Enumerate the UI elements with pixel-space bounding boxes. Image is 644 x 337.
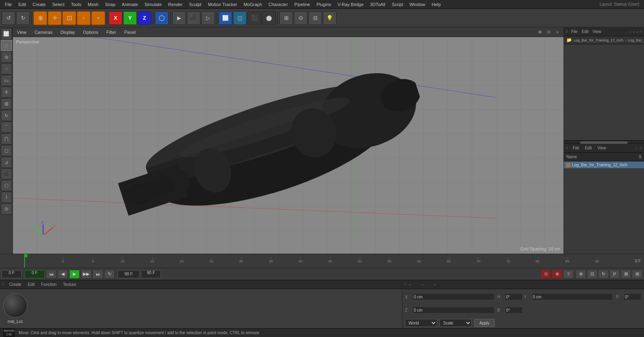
menu-3dtoall[interactable]: 3DToAll: [367, 1, 388, 8]
stop-record-button[interactable]: ⊗: [552, 270, 562, 279]
mat-function-menu[interactable]: Function: [39, 282, 58, 287]
menu-script[interactable]: Script: [388, 1, 406, 8]
scale-keyframe-button[interactable]: ↻: [598, 270, 609, 279]
tool-magnet[interactable]: ⋂: [1, 133, 12, 145]
mat-edit-menu[interactable]: Edit: [26, 282, 36, 287]
rot-button[interactable]: ⊡: [587, 270, 597, 279]
timeline-playhead[interactable]: [24, 254, 25, 268]
tool-rotate[interactable]: ↻: [1, 110, 12, 121]
mat-create-menu[interactable]: Create: [8, 282, 23, 287]
autokey-button[interactable]: ?: [563, 270, 574, 279]
menu-tools[interactable]: Tools: [68, 1, 85, 8]
menu-plugins[interactable]: Plugins: [313, 1, 334, 8]
view-cube-front-button[interactable]: ⬜: [219, 11, 232, 25]
menu-help[interactable]: Help: [429, 1, 444, 8]
rotate-button[interactable]: ○: [77, 11, 91, 25]
vp-menu-cameras[interactable]: Cameras: [33, 29, 54, 35]
tool-move[interactable]: ✛: [1, 87, 12, 98]
vp-menu-display[interactable]: Display: [59, 29, 76, 35]
menu-render[interactable]: Render: [165, 1, 186, 8]
undo-button[interactable]: ↺: [2, 11, 15, 25]
render-picture-button[interactable]: ⬛: [187, 11, 200, 25]
axis-y-button[interactable]: Y: [123, 11, 137, 25]
menu-sculpt[interactable]: Sculpt: [186, 1, 205, 8]
tool-scale[interactable]: ⊠: [1, 98, 12, 110]
tool-lasso[interactable]: ○: [1, 63, 12, 74]
grid-button[interactable]: ⊞: [279, 11, 293, 25]
vp-menu-filter[interactable]: Filter: [105, 29, 118, 35]
play-button[interactable]: ▶: [69, 270, 80, 279]
vp-pin-icon[interactable]: ⊙: [545, 29, 552, 36]
start-frame-field[interactable]: 0 F: [2, 270, 22, 278]
tool-knife[interactable]: ⊿: [1, 157, 12, 168]
right-bottom-view[interactable]: View: [596, 146, 607, 150]
tool-brush[interactable]: ◻: [1, 145, 12, 156]
right-view-menu[interactable]: View: [591, 29, 603, 34]
viewport-canvas[interactable]: Perspective: [13, 37, 564, 254]
vp-maximize-icon[interactable]: ⊕: [536, 29, 543, 36]
step-forward-button[interactable]: ▶▶: [81, 270, 91, 279]
scale-button[interactable]: ⊡: [62, 11, 76, 25]
floor-button[interactable]: ⊟: [308, 11, 322, 25]
material-item[interactable]: mat_Loc: [3, 294, 27, 324]
menu-create[interactable]: Create: [29, 1, 49, 8]
h-rotation-field[interactable]: 0°: [505, 293, 523, 300]
light-button[interactable]: 💡: [323, 11, 336, 25]
step-back-button[interactable]: ◀: [58, 270, 68, 279]
end-frame-field[interactable]: 90 F: [141, 270, 161, 278]
axis-z-button[interactable]: Z: [138, 11, 151, 25]
tool-poly-select[interactable]: ⬡: [1, 40, 12, 51]
menu-snap[interactable]: Snap: [102, 1, 119, 8]
paint-button[interactable]: ⬤: [262, 11, 276, 25]
vp-menu-panel[interactable]: Panel: [123, 29, 137, 35]
p-rotation-field[interactable]: 0°: [623, 293, 642, 300]
right-edit-menu[interactable]: Edit: [580, 29, 590, 34]
goto-end-button[interactable]: ⏭: [93, 270, 103, 279]
goto-start-button[interactable]: ⏮: [46, 270, 56, 279]
view-cube-persp-button[interactable]: ◫: [233, 11, 247, 25]
vp-menu-options[interactable]: Options: [81, 29, 100, 35]
select-mode-button[interactable]: ⊕: [33, 11, 47, 25]
right-file-menu[interactable]: File: [570, 29, 579, 34]
loop-button[interactable]: ↻: [104, 270, 115, 279]
pos-button[interactable]: ⊕: [576, 270, 586, 279]
record-button[interactable]: ⊙: [541, 270, 551, 279]
curves-button[interactable]: ⊞: [632, 270, 642, 279]
view-cube-top-button[interactable]: ⬛: [248, 11, 261, 25]
menu-character[interactable]: Character: [265, 1, 291, 8]
menu-mograph[interactable]: MoGraph: [240, 1, 265, 8]
tool-rect[interactable]: ▭: [1, 75, 12, 86]
tool-bridge[interactable]: ⌇: [1, 192, 12, 203]
add-object-button[interactable]: +: [91, 11, 105, 25]
menu-vray[interactable]: V-Ray Bridge: [334, 1, 367, 8]
camera-button[interactable]: ⊙: [294, 11, 308, 25]
move-button[interactable]: ✛: [48, 11, 62, 25]
object-list-item[interactable]: Log_Bar_for_Training_12_Inch: [564, 161, 644, 168]
menu-edit[interactable]: Edit: [15, 1, 29, 8]
z-position-field[interactable]: 0 cm: [412, 306, 494, 314]
param-button[interactable]: P: [609, 270, 620, 279]
breadcrumb-child[interactable]: Log_Bar_3: [628, 38, 644, 42]
vp-menu-view[interactable]: View: [15, 29, 28, 35]
tool-viewport[interactable]: ⬜: [1, 28, 12, 39]
menu-mesh[interactable]: Mesh: [85, 1, 102, 8]
tool-bend[interactable]: ⌒: [1, 122, 12, 133]
breadcrumb-root[interactable]: Log_Bar_for_Training_12_Inch: [574, 38, 623, 42]
apply-button[interactable]: Apply: [474, 319, 495, 327]
tool-extra[interactable]: ⊘: [1, 203, 12, 215]
tool-extrude[interactable]: ⬛: [1, 168, 12, 180]
right-bottom-file[interactable]: File: [572, 146, 580, 150]
tool-bevel[interactable]: ⬡: [1, 180, 12, 191]
menu-motion-tracker[interactable]: Motion Tracker: [204, 1, 240, 8]
right-bottom-edit[interactable]: Edit: [584, 146, 593, 150]
redo-button[interactable]: ↻: [16, 11, 30, 25]
menu-simulate[interactable]: Simulate: [141, 1, 165, 8]
menu-window[interactable]: Window: [406, 1, 428, 8]
menu-animate[interactable]: Animate: [119, 1, 141, 8]
mat-texture-menu[interactable]: Texture: [62, 282, 78, 287]
vp-close-icon[interactable]: ×: [554, 29, 561, 36]
render-region-button[interactable]: ▶: [172, 11, 186, 25]
y-position-field[interactable]: 0 cm: [531, 293, 613, 300]
tool-loop[interactable]: ⊚: [1, 52, 12, 63]
point-button[interactable]: ⊠: [621, 270, 631, 279]
